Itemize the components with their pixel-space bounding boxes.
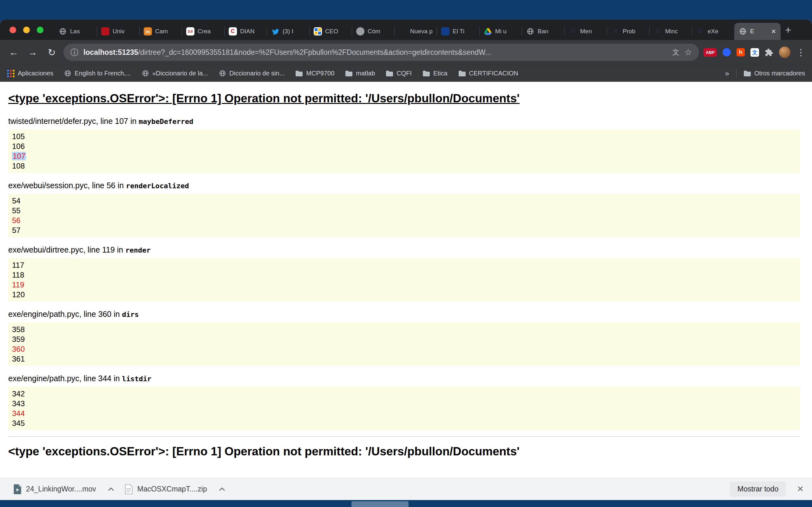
- forward-button[interactable]: →: [26, 45, 40, 60]
- tab-strip: Las Univ in Cam 3.0 Crea C DIAN (3) I: [0, 20, 812, 40]
- globe-favicon: [59, 27, 67, 36]
- site-info-icon[interactable]: ⓘ: [70, 47, 78, 58]
- download-filename: 24_LinkingWor....mov: [26, 485, 96, 493]
- bookmark-star-icon[interactable]: ☆: [684, 47, 692, 57]
- bookmarks-divider: [736, 69, 737, 78]
- browser-tab[interactable]: CEO: [309, 23, 352, 40]
- line-number: 359: [12, 335, 25, 343]
- url-path: /dirtree?_dc=1600995355181&node=%2FUsers…: [138, 48, 491, 56]
- line-number: 342: [12, 389, 25, 398]
- browser-tab[interactable]: C DIAN: [224, 23, 267, 40]
- browser-tab-active[interactable]: E ✕: [734, 23, 780, 40]
- browser-tab[interactable]: Univ: [97, 23, 139, 40]
- twitter-favicon: [271, 27, 280, 36]
- tabs-container: Las Univ in Cam 3.0 Crea C DIAN (3) I: [54, 20, 812, 40]
- bookmark-folder[interactable]: Etica: [422, 70, 447, 77]
- translate-extension-icon[interactable]: 文: [751, 48, 759, 57]
- frame-location: twisted/internet/defer.pyc, line 107 in: [8, 117, 139, 125]
- zip-file-icon: [125, 484, 133, 494]
- folder-icon: [386, 70, 393, 77]
- bookmark-apps[interactable]: Aplicaciones: [7, 70, 53, 77]
- frame-function: maybeDeferred: [139, 118, 193, 125]
- translate-page-icon[interactable]: 文: [672, 48, 679, 57]
- browser-tab[interactable]: Las: [54, 23, 97, 40]
- bookmark-label: «Diccionario de la...: [152, 70, 208, 77]
- browser-tab[interactable]: Ban: [522, 23, 564, 40]
- bookmarks-right-group: » Otros marcadores: [725, 69, 805, 78]
- tab-title: E: [750, 28, 768, 35]
- tab-close-icon[interactable]: ✕: [771, 28, 776, 35]
- bookmark-label: Diccionario de sin...: [229, 70, 285, 77]
- bookmark-folder[interactable]: CQFI: [386, 70, 412, 77]
- traceback-frame-title: exe/webui/session.pyc, line 56 in render…: [8, 181, 800, 190]
- line-number: 358: [12, 325, 25, 334]
- university-favicon: [101, 27, 109, 36]
- browser-tab[interactable]: El Ti: [437, 23, 479, 40]
- show-all-downloads-button[interactable]: Mostrar todo: [730, 481, 786, 497]
- tab-title: Cam: [155, 28, 177, 35]
- other-bookmarks-label: Otros marcadores: [754, 70, 805, 77]
- traceback-frame-title: exe/webui/dirtree.pyc, line 119 in rende…: [8, 245, 800, 255]
- bookmark-item[interactable]: Diccionario de sin...: [219, 70, 285, 77]
- new-tab-button[interactable]: +: [780, 22, 796, 38]
- browser-tab[interactable]: ✖ Minc: [649, 23, 692, 40]
- line-number: 345: [12, 419, 25, 428]
- bookmark-item[interactable]: English to French,...: [64, 70, 131, 77]
- bookmarks-bar: Aplicaciones English to French,... «Dicc…: [0, 65, 812, 82]
- globe-icon: [142, 70, 149, 77]
- minimize-window-button[interactable]: [23, 26, 30, 33]
- puzzle-extensions-icon[interactable]: [765, 48, 773, 57]
- source-listing: 358 359 360 361: [8, 323, 800, 366]
- browser-tab[interactable]: ✖ eXe: [692, 23, 734, 40]
- browser-tab[interactable]: Cóm: [352, 23, 394, 40]
- tab-title: Cóm: [368, 28, 390, 35]
- profile-avatar[interactable]: [779, 47, 791, 58]
- bookmarks-overflow-icon[interactable]: »: [725, 69, 729, 78]
- bookmark-label: MCP9700: [306, 70, 334, 77]
- tab-title: Ban: [538, 28, 560, 35]
- frame-function: renderLocalized: [126, 182, 189, 190]
- address-bar[interactable]: ⓘ localhost:51235/dirtree?_dc=1600995355…: [63, 44, 699, 61]
- bookmark-label: English to French,...: [74, 70, 131, 77]
- traceback-frame-title: twisted/internet/defer.pyc, line 107 in …: [8, 117, 800, 126]
- zoom-window-button[interactable]: [37, 26, 44, 33]
- close-window-button[interactable]: [9, 26, 16, 33]
- url-host: localhost:51235: [84, 48, 138, 56]
- browser-tab[interactable]: in Cam: [139, 23, 182, 40]
- bookmark-folder[interactable]: matlab: [345, 70, 375, 77]
- bookmark-item[interactable]: «Diccionario de la...: [142, 70, 208, 77]
- dock-fragment: [351, 501, 409, 507]
- bookmark-folder[interactable]: CERTIFICACION: [458, 70, 518, 77]
- other-bookmarks-folder[interactable]: Otros marcadores: [744, 70, 805, 77]
- chrome-menu-icon[interactable]: ⋮: [796, 47, 806, 58]
- source-listing: 342 343 344 345: [8, 387, 800, 430]
- tab-title: eXe: [708, 28, 730, 35]
- download-item[interactable]: 24_LinkingWor....mov: [8, 478, 119, 500]
- folder-icon: [295, 70, 303, 77]
- blue-extension-icon[interactable]: [722, 48, 731, 56]
- frame-location: exe/engine/path.pyc, line 360 in: [8, 309, 122, 319]
- browser-tab[interactable]: (3) I: [267, 23, 309, 40]
- browser-tab[interactable]: 3.0 Crea: [182, 23, 224, 40]
- browser-tab[interactable]: ✖ Men: [564, 23, 607, 40]
- error-line-number: 107: [12, 152, 26, 160]
- tab-title: Nueva p: [410, 28, 432, 35]
- orange-extension-icon[interactable]: h: [737, 48, 745, 56]
- adblock-extension-icon[interactable]: ABP: [704, 48, 717, 57]
- tab-title: Univ: [113, 28, 135, 35]
- download-item[interactable]: MacOSXCmapT....zip: [119, 478, 231, 500]
- line-number: 106: [12, 142, 25, 151]
- desktop-background-bottom: [0, 500, 812, 507]
- bookmark-folder[interactable]: MCP9700: [295, 70, 334, 77]
- chevron-up-icon[interactable]: [218, 487, 225, 492]
- window-controls: [9, 26, 44, 33]
- browser-tab[interactable]: Nueva p: [394, 23, 437, 40]
- browser-tab[interactable]: Mi u: [479, 23, 522, 40]
- tab-title: Prob: [623, 28, 645, 35]
- globe-icon: [64, 70, 71, 77]
- chevron-up-icon[interactable]: [107, 487, 114, 492]
- close-downloads-bar-icon[interactable]: ✕: [797, 484, 804, 494]
- browser-tab[interactable]: ✖ Prob: [607, 23, 649, 40]
- reload-button[interactable]: ↻: [44, 45, 59, 60]
- back-button[interactable]: ←: [6, 45, 21, 60]
